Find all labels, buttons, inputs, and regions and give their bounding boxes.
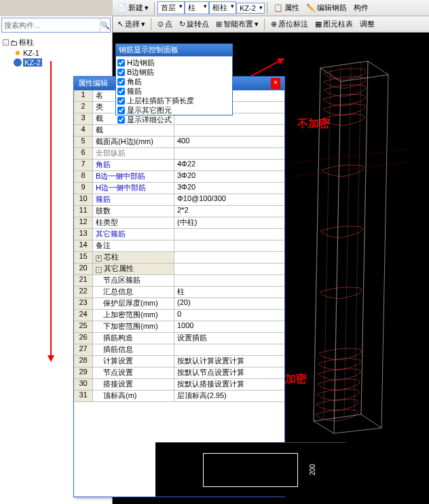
gear-icon [14,58,22,67]
point-button[interactable]: ⊙点 [154,17,176,31]
svg-line-11 [293,162,409,177]
adjust-button[interactable]: 调整 [356,17,378,31]
search-icon[interactable]: 🔍 [100,18,110,32]
checkbox[interactable] [117,97,125,105]
prop-row[interactable]: 23 保护层厚度(mm)(20) [74,298,284,310]
prop-row[interactable]: 25 下加密范围(mm)1000 [74,321,284,333]
gear-icon [14,49,22,57]
checkbox[interactable] [117,116,125,124]
close-icon[interactable]: × [271,78,280,89]
smart-button[interactable]: ⊞智能布置 ▾ [212,17,262,31]
steel-checkbox-item[interactable]: 显示详细公式 [117,115,231,124]
search-input[interactable] [2,18,100,32]
svg-line-4 [314,68,320,421]
prop-row[interactable]: 6全部纵筋 [74,148,284,160]
steel-checkbox-item[interactable]: H边钢筋 [117,58,231,67]
svg-line-2 [381,75,388,428]
prop-row[interactable]: 20- 其它属性 [74,264,284,275]
tree-kz2[interactable]: KZ-2 [14,58,109,67]
steel-checkbox-item[interactable]: B边钢筋 [117,67,231,77]
steel-checkbox-item[interactable]: 显示其它图元 [117,105,231,115]
checkbox[interactable] [117,107,125,114]
prop-row[interactable]: 29 节点设置按默认节点设置计算 [74,367,284,379]
comp-button[interactable]: 构件 [350,1,372,15]
prop-row[interactable]: 15+ 芯柱 [74,252,284,264]
prop-row[interactable]: 13其它箍筋 [74,229,284,240]
prop-row[interactable]: 22 汇总信息柱 [74,287,284,298]
prop-row[interactable]: 4截 [74,125,284,137]
tree-root[interactable]: -🗀框柱 [3,37,109,48]
col-dropdown[interactable]: 柱 [185,1,209,14]
svg-line-6 [334,65,341,418]
prop-row[interactable]: 28 计算设置按默认计算设置计算 [74,356,284,367]
prop-row[interactable]: 7角筋4Φ22 [74,160,284,171]
floor-dropdown[interactable]: 首层 [157,1,185,14]
prop-row[interactable]: 24 上加密范围(mm)0 [74,310,284,321]
annotation-arrow [50,61,52,360]
checkbox[interactable] [117,69,125,76]
column-3d-view [293,54,409,435]
prop-row[interactable]: 8B边一侧中部筋3Φ20 [74,171,284,183]
tree-kz1[interactable]: KZ-1 [14,48,109,58]
prop-row[interactable]: 12柱类型(中柱) [74,217,284,229]
prop-row[interactable]: 26 插筋构造设置插筋 [74,333,284,344]
prop-row[interactable]: 9H边一侧中部筋3Φ20 [74,183,284,194]
steel-checkbox-item[interactable]: 箍筋 [117,86,231,96]
prop-row[interactable]: 11肢数2*2 [74,206,284,217]
edit-steel-button[interactable]: ✏️编辑钢筋 [303,1,350,15]
steel-checkbox-item[interactable]: 上层柱插筋下插长度 [117,96,231,105]
svg-line-3 [334,82,341,433]
table-button[interactable]: ▦图元柱表 [312,17,356,31]
svg-line-7 [344,64,351,417]
prop-row[interactable]: 5截面高(H边)(mm)400 [74,137,284,148]
svg-line-10 [293,149,409,163]
prop-row[interactable]: 31 顶标高(m)层顶标高(2.95) [74,391,284,402]
attr-button[interactable]: 📋属性 [270,1,303,15]
svg-line-9 [361,61,368,414]
steel-display-panel: 钢筋显示控制面板 H边钢筋B边钢筋角筋箍筋上层柱插筋下插长度显示其它图元显示详细… [115,43,233,115]
prop-row[interactable]: 30 搭接设置按默认搭接设置计算 [74,379,284,391]
search-box: 🔍 [1,18,111,33]
kz2-dropdown[interactable]: KZ-2 [236,3,265,14]
toolbar-2: ↖选择 ▾ ⊙点 ↻旋转点 ⊞智能布置 ▾ ⊕原位标注 ▦图元柱表 调整 [113,16,429,33]
prop-row[interactable]: 10箍筋Φ10@100/300 [74,194,284,206]
steel-panel-title: 钢筋显示控制面板 [116,44,232,56]
tree: -🗀框柱 KZ-1 KZ-2 [0,34,112,70]
orig-button[interactable]: ⊕原位标注 [267,17,312,31]
new-button[interactable]: 📄新建 ▾ [114,1,152,15]
section-preview: 200 [155,442,346,497]
prop-row[interactable]: 27 插筋信息 [74,344,284,356]
checkbox[interactable] [117,78,125,86]
steel-checkbox-item[interactable]: 角筋 [117,77,231,86]
property-grid: 属性编辑 × 1名2类3截4截5截面高(H边)(mm)4006全部纵筋7角筋4Φ… [73,76,285,497]
rotate-button[interactable]: ↻旋转点 [176,17,212,31]
toolbar-1: 📄新建 ▾ 首层 柱 框柱 KZ-2 📋属性 ✏️编辑钢筋 构件 [113,0,429,16]
prop-row[interactable]: 21 节点区箍筋 [74,275,284,287]
checkbox[interactable] [117,59,125,67]
checkbox[interactable] [117,88,125,95]
select-button[interactable]: ↖选择 ▾ [114,17,149,31]
kz-dropdown[interactable]: 框柱 [209,1,236,14]
svg-line-5 [324,67,331,420]
prop-row[interactable]: 14备注 [74,240,284,252]
